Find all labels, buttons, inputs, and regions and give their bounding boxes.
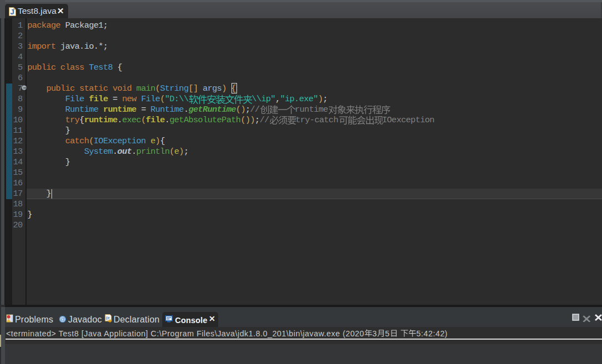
svg-text:J: J — [11, 8, 14, 16]
svg-text:@: @ — [60, 316, 65, 322]
svg-text:(e: (e — [106, 315, 110, 320]
